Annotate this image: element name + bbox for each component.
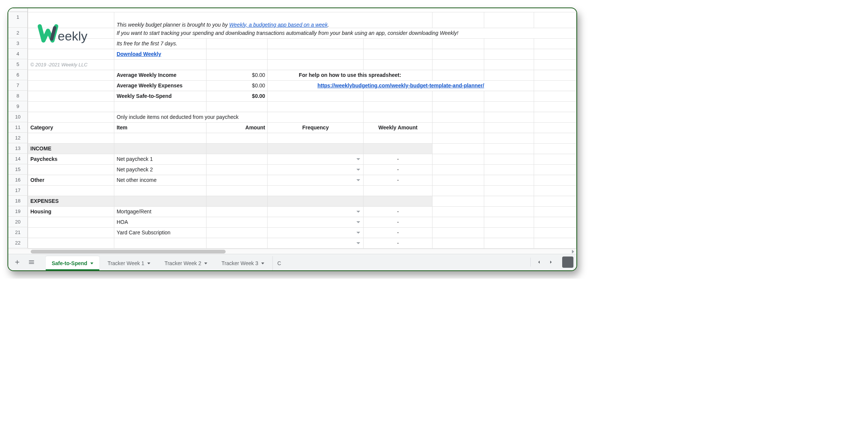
explore-button[interactable]: [562, 256, 573, 268]
cell[interactable]: [28, 112, 114, 122]
cell[interactable]: [484, 206, 534, 217]
cell[interactable]: [28, 217, 114, 227]
cell-amount[interactable]: [206, 227, 268, 238]
cell-weekly-amount[interactable]: -: [364, 206, 433, 217]
cell-weekly-amount[interactable]: -: [364, 175, 433, 185]
cell[interactable]: [364, 196, 433, 206]
cell[interactable]: [484, 112, 534, 122]
row-header[interactable]: 12: [8, 133, 28, 143]
row-header[interactable]: 11: [8, 122, 28, 133]
cell[interactable]: [433, 206, 484, 217]
cell-intro-line2[interactable]: If you want to start tracking your spend…: [114, 28, 576, 38]
tab-tracker-week-3[interactable]: Tracker Week 3: [216, 256, 270, 270]
cell[interactable]: [534, 38, 576, 49]
cell[interactable]: [534, 112, 576, 122]
cell[interactable]: [206, 101, 268, 112]
cell[interactable]: [484, 175, 534, 185]
cell[interactable]: [484, 91, 534, 101]
cell[interactable]: [433, 70, 484, 80]
cell[interactable]: [206, 133, 268, 143]
row-header[interactable]: 18: [8, 196, 28, 206]
tab-tracker-week-2[interactable]: Tracker Week 2: [159, 256, 213, 270]
frequency-dropdown[interactable]: [268, 154, 364, 164]
cell[interactable]: [268, 38, 364, 49]
cell[interactable]: [484, 154, 534, 164]
item-net-paycheck-2[interactable]: Net paycheck 2: [114, 164, 207, 175]
section-expenses[interactable]: EXPENSES: [28, 196, 114, 206]
cell[interactable]: [268, 196, 364, 206]
item-hoa[interactable]: HOA: [114, 217, 207, 227]
cell[interactable]: [28, 227, 114, 238]
cell[interactable]: [28, 238, 114, 248]
cell[interactable]: [534, 80, 576, 91]
row-header[interactable]: 8: [8, 91, 28, 101]
cell-amount[interactable]: [206, 217, 268, 227]
cell[interactable]: [484, 217, 534, 227]
cell[interactable]: [114, 143, 207, 154]
scroll-right-icon[interactable]: [572, 250, 574, 254]
cell-help-label[interactable]: For help on how to use this spreadsheet:: [268, 70, 433, 80]
cell[interactable]: [268, 91, 364, 101]
header-category[interactable]: Category: [28, 122, 114, 133]
cell[interactable]: [364, 112, 433, 122]
cell[interactable]: [114, 101, 207, 112]
cell[interactable]: [534, 133, 576, 143]
cell[interactable]: [114, 196, 207, 206]
cell[interactable]: [484, 101, 534, 112]
tab-scroll-left-button[interactable]: [534, 257, 544, 267]
cell-amount[interactable]: [206, 206, 268, 217]
cell-intro-line3[interactable]: Its free for the first 7 days.: [114, 38, 207, 49]
cell-weekly-amount[interactable]: -: [364, 238, 433, 248]
cell[interactable]: [28, 164, 114, 175]
item-net-other[interactable]: Net other income: [114, 175, 207, 185]
cell[interactable]: [268, 59, 364, 70]
cell-safe-value[interactable]: $0.00: [206, 91, 268, 101]
cell[interactable]: [484, 38, 534, 49]
cell[interactable]: [433, 227, 484, 238]
cell[interactable]: [433, 112, 484, 122]
row-header[interactable]: 20: [8, 217, 28, 227]
add-sheet-button[interactable]: [11, 256, 23, 268]
header-amount[interactable]: Amount: [206, 122, 268, 133]
cell[interactable]: [364, 185, 433, 196]
tab-tracker-week-1[interactable]: Tracker Week 1: [102, 256, 156, 270]
row-header[interactable]: 14: [8, 154, 28, 164]
item-yard-care[interactable]: Yard Care Subscription: [114, 227, 207, 238]
tab-partial[interactable]: C: [272, 256, 281, 270]
cell[interactable]: [364, 101, 433, 112]
row-header[interactable]: 10: [8, 112, 28, 122]
cell-intro-line1[interactable]: This weekly budget planner is brought to…: [114, 12, 433, 28]
row-header[interactable]: 19: [8, 206, 28, 217]
cell[interactable]: [534, 164, 576, 175]
cell[interactable]: [28, 12, 114, 28]
cell[interactable]: [433, 101, 484, 112]
cell[interactable]: [433, 238, 484, 248]
cell-note[interactable]: Only include items not deducted from you…: [114, 112, 268, 122]
cell-avg-income-value[interactable]: $0.00: [206, 70, 268, 80]
cell[interactable]: [534, 49, 576, 59]
weekly-app-link[interactable]: Weekly, a budgeting app based on a week: [229, 22, 328, 28]
cell[interactable]: [484, 133, 534, 143]
tab-safe-to-spend[interactable]: Safe-to-Spend: [46, 256, 99, 270]
cell[interactable]: [433, 38, 484, 49]
cell[interactable]: [28, 91, 114, 101]
row-header[interactable]: 17: [8, 185, 28, 196]
row-header[interactable]: 13: [8, 143, 28, 154]
cell[interactable]: [28, 101, 114, 112]
cell[interactable]: [534, 217, 576, 227]
cell[interactable]: [534, 12, 576, 28]
cell-weekly-amount[interactable]: -: [364, 154, 433, 164]
cell-avg-income-label[interactable]: Average Weekly Income: [114, 70, 207, 80]
cell[interactable]: [206, 49, 268, 59]
cell-weekly-amount[interactable]: -: [364, 164, 433, 175]
cell[interactable]: [433, 175, 484, 185]
cell[interactable]: [433, 185, 484, 196]
cell[interactable]: [433, 122, 484, 133]
cell[interactable]: [268, 133, 364, 143]
select-all-corner[interactable]: [8, 8, 28, 12]
cell-grid[interactable]: This weekly budget planner is brought to…: [28, 8, 576, 249]
cell[interactable]: [268, 185, 364, 196]
row-header[interactable]: 16: [8, 175, 28, 185]
cell[interactable]: [28, 70, 114, 80]
cell[interactable]: [28, 49, 114, 59]
